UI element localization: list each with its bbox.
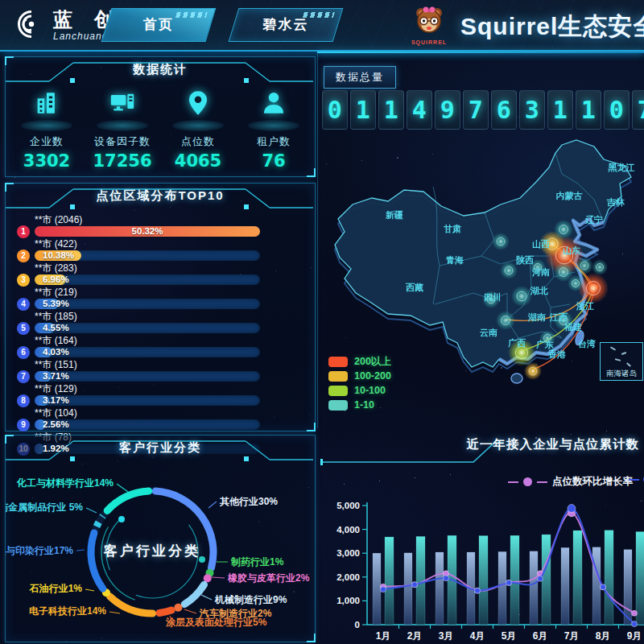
map-legend-item: 1-10 xyxy=(328,398,391,412)
panel-customer-industry: 客户行业分类 其他行业30%制药行业1%橡胶与皮革行业2%机械制造行业9%汽车制… xyxy=(5,435,316,642)
top10-bar-track: 6.96% xyxy=(35,275,260,285)
bar-points xyxy=(605,530,613,625)
counter-digit: 7 xyxy=(463,90,489,130)
legend-label: 10-100 xyxy=(354,385,386,396)
rank-badge: 9 xyxy=(17,419,30,431)
stat-value: 76 xyxy=(237,151,311,171)
province-label: 台湾 xyxy=(578,339,596,349)
top10-row-label: **市 (219) xyxy=(35,287,315,298)
bar-points xyxy=(636,532,644,625)
province-label: 湖南 xyxy=(527,312,546,322)
donut-segment-label: 制药行业1% xyxy=(230,556,284,568)
legend-swatch xyxy=(328,400,348,411)
stats-panel-title: 数据统计 xyxy=(6,62,315,77)
dashboard-root: { "colors":{"accent":"#35dcf0","panel_bo… xyxy=(0,0,644,644)
legend-label: 1-10 xyxy=(354,399,374,411)
top10-bar-track: 4.55% xyxy=(35,323,260,333)
y-axis-tick: 0 xyxy=(355,620,360,630)
counter-digit: 1 xyxy=(547,90,573,130)
top10-bar-track: 50.32% xyxy=(35,226,260,237)
province-label: 山西 xyxy=(532,239,551,249)
top10-bar-track: 2.56% xyxy=(35,419,260,430)
counter-digit: 6 xyxy=(491,90,517,130)
top10-row: **市 (185)54.55% xyxy=(17,311,315,333)
province-label: 云南 xyxy=(480,328,497,337)
inset-label: 南海诸岛 xyxy=(601,369,642,379)
bar-points xyxy=(510,535,519,625)
y-axis-tick: 1,000 xyxy=(336,596,360,605)
data-total-counter: 011497631107 xyxy=(322,90,644,130)
counter-digit: 3 xyxy=(519,90,545,130)
stats-row: 企业数3302设备因子数17256点位数4065租户数76 xyxy=(6,85,315,171)
stat-value: 3302 xyxy=(10,151,84,171)
province-label: 广西 xyxy=(507,338,526,348)
bar-enterprise xyxy=(436,552,444,625)
page-title: Squirrel生态安全云平台 xyxy=(460,10,644,43)
bar-enterprise xyxy=(592,547,601,625)
y-axis-tick: 3,000 xyxy=(336,548,360,558)
south-china-sea-inset: 南海诸岛 xyxy=(600,342,643,381)
province-label: 福建 xyxy=(564,322,582,332)
top10-row-label: **市 (164) xyxy=(35,335,315,346)
province-label: 浙江 xyxy=(576,301,594,311)
province-label: 辽宁 xyxy=(585,215,603,225)
province-label: 香港 xyxy=(547,349,566,359)
top10-row-label: **市 (104) xyxy=(35,407,315,419)
top10-percent: 10.38% xyxy=(43,250,74,261)
top10-percent: 3.71% xyxy=(43,371,69,382)
mascot-caption: SQUIRREL xyxy=(407,39,451,45)
counter-digit: 0 xyxy=(322,90,348,130)
map-legend-item: 100-200 xyxy=(328,369,391,383)
legend-label: 200以上 xyxy=(354,355,391,369)
stat-label: 点位数 xyxy=(161,134,235,149)
panel-data-statistics: 数据统计 企业数3302设备因子数17256点位数4065租户数76 xyxy=(5,56,316,177)
province-label: 四川 xyxy=(484,292,502,302)
top10-row-label: **市 (129) xyxy=(35,383,315,394)
panel-yearly-chart: 近一年接入企业与点位累计数 点位数环比增长率 01,0002,0003,0004… xyxy=(320,435,644,644)
stat-item: 设备因子数17256 xyxy=(85,89,159,171)
stat-item: 企业数3302 xyxy=(10,89,84,171)
x-axis-label: 7月 xyxy=(564,630,580,642)
rank-badge: 8 xyxy=(17,394,30,407)
donut-segment-label: 纺织与印染行业17% xyxy=(6,545,73,556)
location-pin-icon xyxy=(161,89,235,126)
monitor-icon xyxy=(85,89,159,126)
x-axis-label: 8月 xyxy=(596,630,611,642)
province-label: 内蒙古 xyxy=(556,191,583,200)
rank-badge: 4 xyxy=(17,298,30,311)
hainan-island xyxy=(511,374,522,383)
province-label: 河南 xyxy=(531,267,550,277)
rank-badge: 7 xyxy=(17,370,30,383)
map-legend-item: 10-100 xyxy=(328,383,391,398)
x-axis-label: 9月 xyxy=(627,630,642,642)
counter-digit: 1 xyxy=(378,90,404,130)
top10-percent: 6.96% xyxy=(43,275,69,285)
china-map: 黑龙江内蒙古吉林辽宁新疆甘肃青海西藏山西山东陕西河南湖北四川浙江湖南江西福建云南… xyxy=(320,135,644,431)
squirrel-mascot-icon: SQUIRREL xyxy=(407,3,451,45)
donut-center-label: 客户行业分类 xyxy=(80,542,225,560)
map-legend: 200以上100-20010-1001-10 xyxy=(328,354,391,412)
x-axis-label: 5月 xyxy=(502,630,517,642)
donut-segment-label: 化工与材料学行业14% xyxy=(16,477,114,489)
top10-percent: 4.55% xyxy=(43,323,69,333)
bar-points xyxy=(385,537,394,625)
stat-label: 企业数 xyxy=(10,134,84,149)
donut-segment-label: 其他行业30% xyxy=(219,496,278,507)
stat-value: 4065 xyxy=(161,151,235,171)
stat-item: 租户数76 xyxy=(237,89,311,171)
top10-row-label: **市 (151) xyxy=(35,359,315,370)
tab-bishuiyun[interactable]: 碧水云 xyxy=(229,8,344,42)
tab-home[interactable]: 首页 xyxy=(101,8,217,42)
y-axis-tick: 2,000 xyxy=(336,572,360,582)
donut-segment-label: 涂层及表面处理行业5% xyxy=(165,617,267,628)
province-label: 黑龙江 xyxy=(608,163,635,172)
stat-value: 17256 xyxy=(85,151,159,171)
province-label: 陕西 xyxy=(516,255,535,265)
rank-badge: 6 xyxy=(17,346,30,359)
province-label: 广东 xyxy=(535,340,554,349)
bar-enterprise xyxy=(404,553,412,625)
top10-row: **市 (104)92.56% xyxy=(17,407,315,430)
top10-percent: 3.17% xyxy=(43,395,69,406)
tab-bishuiyun-label: 碧水云 xyxy=(234,9,337,41)
stat-label: 租户数 xyxy=(237,134,311,149)
